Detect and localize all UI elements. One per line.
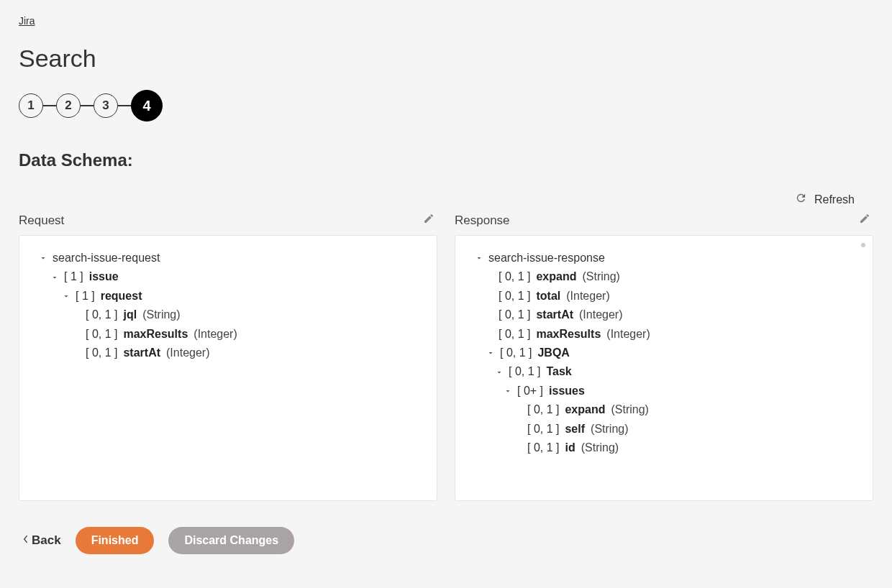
field-name: expand (536, 267, 576, 286)
step-1[interactable]: 1 (19, 93, 43, 118)
tree-root[interactable]: search-issue-response (474, 249, 854, 267)
chevron-down-icon[interactable] (50, 272, 60, 282)
chevron-down-icon[interactable] (474, 253, 484, 263)
edit-response-icon[interactable] (859, 213, 870, 228)
edit-request-icon[interactable] (423, 213, 434, 228)
cardinality: [ 0, 1 ] (527, 420, 559, 438)
step-3[interactable]: 3 (94, 93, 118, 118)
step-2[interactable]: 2 (56, 93, 81, 118)
field-name: expand (565, 400, 605, 419)
chevron-down-icon[interactable] (503, 386, 513, 396)
cardinality: [ 1 ] (76, 287, 95, 306)
back-label: Back (32, 533, 61, 548)
tree-root[interactable]: search-issue-request (38, 249, 418, 267)
step-connector (118, 105, 131, 106)
breadcrumb-jira[interactable]: Jira (19, 15, 35, 27)
cardinality: [ 0, 1 ] (86, 344, 117, 362)
tree-leaf[interactable]: [ 0, 1 ] jql (String) (73, 306, 418, 324)
cardinality: [ 0, 1 ] (509, 362, 540, 381)
tree-leaf[interactable]: [ 0, 1 ] maxResults (Integer) (486, 325, 854, 344)
tree-branch[interactable]: [ 0, 1 ] JBQA (486, 344, 854, 362)
chevron-down-icon[interactable] (38, 253, 48, 263)
step-4[interactable]: 4 (131, 90, 163, 121)
cardinality: [ 0+ ] (517, 382, 543, 400)
tree-leaf[interactable]: [ 0, 1 ] self (String) (514, 420, 854, 438)
response-schema-box: search-issue-response [ 0, 1 ] expand (S… (455, 235, 873, 501)
field-name: JBQA (537, 344, 569, 362)
chevron-down-icon[interactable] (486, 348, 496, 358)
tree-leaf[interactable]: [ 0, 1 ] maxResults (Integer) (73, 325, 418, 344)
cardinality: [ 0, 1 ] (86, 325, 117, 344)
chevron-down-icon[interactable] (494, 367, 504, 377)
step-connector (43, 105, 56, 106)
field-name: jql (123, 306, 137, 324)
field-type: (String) (581, 438, 619, 457)
cardinality: [ 0, 1 ] (527, 400, 559, 419)
finished-button[interactable]: Finished (76, 527, 155, 554)
back-button[interactable]: Back (19, 533, 61, 548)
field-name: total (536, 287, 560, 306)
field-type: (Integer) (606, 325, 650, 344)
field-name: Task (546, 362, 571, 381)
cardinality: [ 0, 1 ] (499, 287, 530, 306)
tree-leaf[interactable]: [ 0, 1 ] id (String) (514, 438, 854, 457)
tree-label: search-issue-request (53, 249, 160, 267)
field-name: id (565, 438, 575, 457)
section-heading: Data Schema: (19, 150, 873, 170)
cardinality: [ 1 ] (64, 267, 83, 286)
tree-leaf[interactable]: [ 0, 1 ] total (Integer) (486, 287, 854, 306)
field-type: (Integer) (166, 344, 209, 362)
discard-changes-button[interactable]: Discard Changes (168, 527, 294, 554)
field-name: startAt (123, 344, 160, 362)
tree-leaf[interactable]: [ 0, 1 ] startAt (Integer) (73, 344, 418, 362)
request-panel-title: Request (19, 213, 64, 228)
tree-branch[interactable]: [ 0+ ] issues (503, 382, 854, 400)
tree-branch[interactable]: [ 1 ] request (61, 287, 418, 306)
cardinality: [ 0, 1 ] (500, 344, 532, 362)
tree-leaf[interactable]: [ 0, 1 ] expand (String) (486, 267, 854, 286)
refresh-label[interactable]: Refresh (814, 193, 855, 206)
chevron-down-icon[interactable] (61, 291, 71, 301)
field-type: (String) (611, 400, 648, 419)
cardinality: [ 0, 1 ] (527, 438, 559, 457)
chevron-left-icon (23, 533, 29, 548)
request-schema-box: search-issue-request [ 1 ] issue [ 1 ] (19, 235, 437, 501)
response-panel-title: Response (455, 213, 510, 228)
field-type: (String) (142, 306, 180, 324)
field-name: self (565, 420, 585, 438)
field-type: (Integer) (566, 287, 609, 306)
tree-branch[interactable]: [ 0, 1 ] Task (494, 362, 854, 381)
field-type: (Integer) (579, 306, 622, 324)
cardinality: [ 0, 1 ] (86, 306, 117, 324)
field-type: (String) (582, 267, 619, 286)
refresh-icon[interactable] (795, 192, 807, 207)
tree-branch[interactable]: [ 1 ] issue (50, 267, 418, 286)
step-connector (81, 105, 94, 106)
cardinality: [ 0, 1 ] (499, 267, 530, 286)
cardinality: [ 0, 1 ] (499, 325, 530, 344)
field-name: maxResults (536, 325, 601, 344)
scroll-indicator-dot (861, 243, 865, 247)
tree-leaf[interactable]: [ 0, 1 ] startAt (Integer) (486, 306, 854, 324)
field-type: (String) (591, 420, 628, 438)
page-title: Search (19, 45, 873, 73)
wizard-stepper: 1 2 3 4 (19, 90, 873, 121)
field-type: (Integer) (194, 325, 237, 344)
tree-leaf[interactable]: [ 0, 1 ] expand (String) (514, 400, 854, 419)
cardinality: [ 0, 1 ] (499, 306, 530, 324)
field-name: startAt (536, 306, 573, 324)
tree-label: search-issue-response (488, 249, 605, 267)
field-name: issue (89, 267, 119, 286)
field-name: issues (549, 382, 585, 400)
field-name: maxResults (123, 325, 188, 344)
field-name: request (101, 287, 142, 306)
